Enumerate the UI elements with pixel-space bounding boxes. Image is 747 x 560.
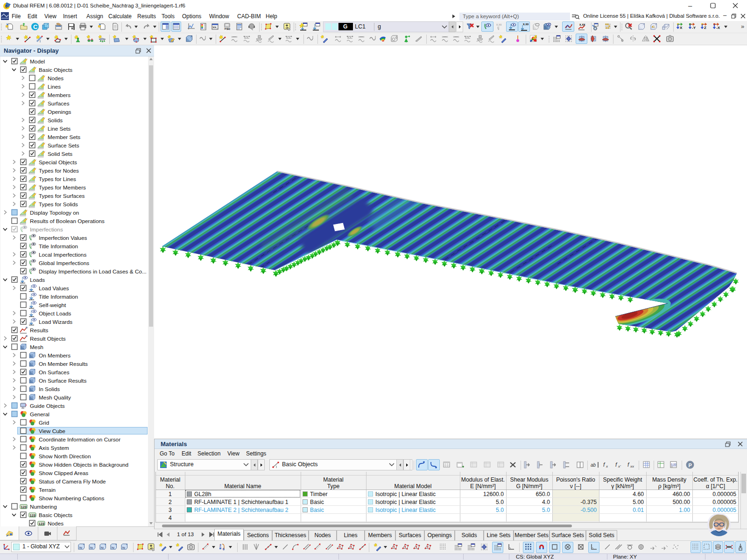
svg-text:xy: xy <box>79 546 82 549</box>
svg-text:xy: xy <box>112 546 114 549</box>
svg-text:-X: -X <box>716 26 720 30</box>
svg-text:2: 2 <box>219 544 221 547</box>
svg-text:0,00: 0,00 <box>671 463 677 466</box>
svg-text:I: I <box>40 40 41 43</box>
svg-text:Z: Z <box>704 26 706 30</box>
svg-text:f: f <box>627 462 630 468</box>
svg-text:I: I <box>276 465 277 469</box>
svg-text:>sc: >sc <box>224 27 231 31</box>
svg-text:6: 6 <box>5 4 7 9</box>
svg-text:x.xx: x.xx <box>523 22 529 26</box>
svg-text:xy: xy <box>122 546 125 549</box>
svg-text:>>_: >>_ <box>212 26 218 29</box>
svg-text:xy: xy <box>101 546 104 549</box>
svg-text:C: C <box>33 23 38 30</box>
svg-text:123: 123 <box>21 505 27 509</box>
svg-text:P: P <box>689 462 692 468</box>
svg-text:123: 123 <box>30 513 36 518</box>
svg-text:X: X <box>680 26 683 30</box>
svg-text:xx: xx <box>630 464 634 469</box>
svg-text:x: x <box>606 464 608 469</box>
svg-text:xy: xy <box>90 546 93 549</box>
svg-text:-Y: -Y <box>692 26 696 30</box>
svg-text:123: 123 <box>39 522 45 526</box>
svg-text:ab: ab <box>591 462 596 468</box>
svg-text:x': x' <box>618 464 621 469</box>
svg-text:x.xx: x.xx <box>579 23 585 26</box>
svg-text:f: f <box>603 462 606 468</box>
svg-text:x.xx: x.xx <box>496 23 502 26</box>
svg-text:f: f <box>615 462 618 468</box>
